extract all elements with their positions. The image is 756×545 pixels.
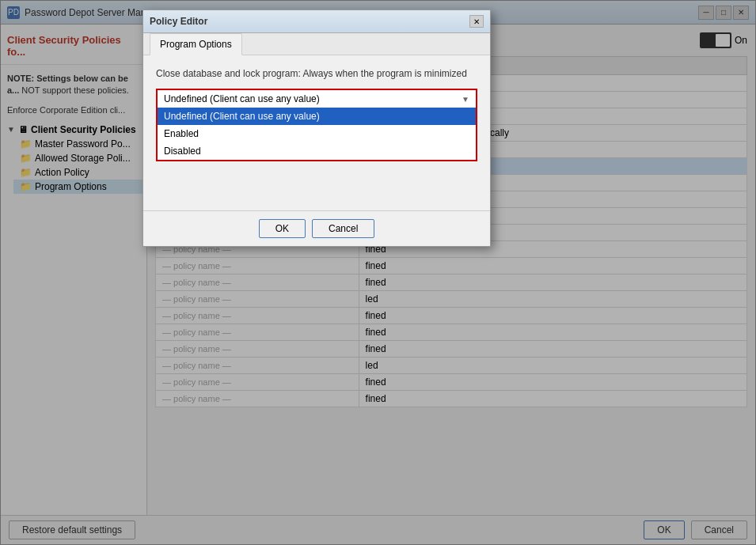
modal-title-bar: Policy Editor ✕ — [143, 10, 490, 33]
modal-title: Policy Editor — [150, 16, 207, 27]
modal-tabs: Program Options — [143, 33, 490, 55]
dropdown-container[interactable]: Undefined (Client can use any value) ▼ U… — [156, 89, 477, 109]
dropdown-list: Undefined (Client can use any value) Ena… — [156, 108, 477, 161]
modal-overlay: Policy Editor ✕ Program Options Close da… — [0, 0, 756, 545]
modal-ok-button[interactable]: OK — [259, 219, 306, 238]
dropdown-select[interactable]: Undefined (Client can use any value) ▼ — [158, 90, 476, 108]
main-window: PD Password Depot Server Man... ─ □ ✕ Cl… — [0, 0, 756, 545]
modal-body: Close database and lock program: Always … — [143, 55, 490, 210]
dropdown-item-undefined[interactable]: Undefined (Client can use any value) — [158, 108, 476, 125]
modal-close-button[interactable]: ✕ — [469, 15, 484, 28]
policy-editor-modal: Policy Editor ✕ Program Options Close da… — [142, 9, 491, 247]
modal-footer: OK Cancel — [143, 210, 490, 246]
modal-cancel-button[interactable]: Cancel — [312, 219, 374, 238]
dropdown-item-enabled[interactable]: Enabled — [158, 125, 476, 142]
tab-program-options[interactable]: Program Options — [150, 33, 242, 55]
dropdown-selected-text: Undefined (Client can use any value) — [164, 93, 320, 104]
dropdown-arrow-icon: ▼ — [462, 95, 469, 104]
dropdown-item-disabled[interactable]: Disabled — [158, 142, 476, 160]
modal-description: Close database and lock program: Always … — [156, 68, 477, 79]
